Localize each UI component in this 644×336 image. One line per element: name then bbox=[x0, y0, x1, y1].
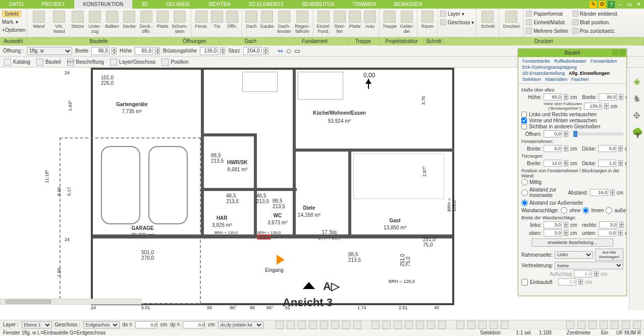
chair-icon[interactable]: ♞ bbox=[632, 93, 642, 103]
breite-spinner[interactable]: ▴▾ bbox=[112, 47, 117, 55]
move-icon[interactable]: ✥ bbox=[632, 110, 642, 120]
mehrere-seiten-button[interactable]: Mehrere Seiten bbox=[526, 27, 568, 35]
raum-button[interactable]: Raum bbox=[419, 10, 436, 37]
oeffnen-input[interactable] bbox=[544, 130, 562, 137]
oeffnen-spin[interactable]: ▴▾ bbox=[564, 131, 568, 137]
ptab-fensterbaenke[interactable]: Fensterbänke bbox=[520, 58, 552, 64]
panel-min-icon[interactable] bbox=[612, 50, 618, 56]
hoehe-input[interactable] bbox=[135, 47, 153, 55]
raender-button[interactable]: Ränder einblend. bbox=[572, 10, 618, 18]
optionen-button[interactable]: +Optionen bbox=[2, 27, 25, 33]
erw-button[interactable]: erweiterte Bearbeitung... bbox=[531, 238, 613, 247]
stuetze-button[interactable]: Stütze bbox=[70, 10, 86, 37]
sb-layer-select[interactable]: Ebene 1 bbox=[22, 321, 52, 328]
unterzug-button[interactable]: Unter-zug bbox=[87, 10, 103, 37]
mode1-icon[interactable]: ⇔ bbox=[278, 47, 283, 55]
einheit-button[interactable]: Einheit/Maßst. bbox=[526, 18, 568, 26]
papierformat-button[interactable]: Papierformat bbox=[526, 10, 568, 18]
dach-button[interactable]: Dach bbox=[244, 10, 258, 37]
schnitt-button[interactable]: Schnitt bbox=[478, 10, 497, 37]
r-aussen[interactable] bbox=[521, 200, 528, 206]
tab-datei[interactable]: DATEI bbox=[0, 0, 33, 9]
fenster-button[interactable]: Fenst. bbox=[193, 10, 209, 37]
sturz-input[interactable] bbox=[243, 47, 261, 55]
streifen-button[interactable]: Strei-fen bbox=[333, 10, 347, 37]
verbr-select[interactable]: Keine bbox=[555, 262, 623, 269]
sb-icon-5[interactable] bbox=[320, 321, 328, 329]
selekt-button[interactable]: Selekt bbox=[2, 11, 21, 17]
brust-input[interactable] bbox=[200, 47, 218, 55]
td-input[interactable] bbox=[598, 160, 616, 167]
sb-icon-r5[interactable] bbox=[611, 321, 619, 329]
sb-icon-2[interactable] bbox=[287, 321, 295, 329]
panel-close-icon[interactable] bbox=[619, 50, 625, 56]
sb-icon-r1[interactable] bbox=[566, 321, 574, 329]
opening-select[interactable]: 1flg. w bbox=[27, 47, 72, 55]
sb-icon-19[interactable] bbox=[490, 321, 498, 329]
tab-2delemente[interactable]: 2D-ELEMENTE bbox=[240, 0, 293, 9]
mark-button[interactable]: Mark. bbox=[2, 19, 15, 25]
p-hof-input[interactable] bbox=[584, 103, 602, 110]
wand-button[interactable]: Wand bbox=[29, 10, 48, 37]
position-button[interactable]: Position bbox=[162, 59, 189, 66]
auto-button[interactable]: Auto bbox=[363, 10, 377, 37]
decke-button[interactable]: Decke bbox=[121, 10, 137, 37]
sb-icon-8[interactable] bbox=[353, 321, 361, 329]
ptab-fensterlaeden[interactable]: Fensterläden bbox=[588, 58, 619, 64]
sb-icon-18[interactable] bbox=[478, 321, 487, 329]
p-hof-spin[interactable]: ▴▾ bbox=[604, 103, 609, 109]
h-scrollbar[interactable] bbox=[0, 299, 141, 305]
platte-button[interactable]: Platte bbox=[155, 10, 170, 37]
sb-icon-15[interactable] bbox=[438, 321, 446, 329]
r-mittig[interactable] bbox=[521, 179, 528, 185]
fd-input[interactable] bbox=[598, 145, 616, 152]
ck-sichtbar[interactable] bbox=[521, 124, 527, 129]
aufschlag-input[interactable] bbox=[574, 270, 592, 277]
einzelfund-button[interactable]: Einzel-Fund. bbox=[315, 10, 332, 37]
ptab-faschen[interactable]: Faschen bbox=[569, 76, 591, 82]
schornstein-button[interactable]: Schorn-stein bbox=[171, 10, 189, 37]
sb-dx-input[interactable] bbox=[135, 321, 157, 328]
blatt-pos-button[interactable]: Blatt position. bbox=[572, 18, 618, 26]
balken-button[interactable]: Balken bbox=[104, 10, 120, 37]
maximize-icon[interactable]: ▭ bbox=[626, 1, 633, 8]
deckoeffn-button[interactable]: Deck.-öffn. bbox=[138, 10, 154, 37]
hoehe-spinner[interactable]: ▴▾ bbox=[155, 47, 160, 55]
sb-icon-r7[interactable] bbox=[633, 321, 641, 329]
sb-icon-20[interactable] bbox=[501, 321, 509, 329]
layer-geschoss-button[interactable]: Layer/Geschoss bbox=[110, 59, 155, 66]
oeffnen-slider[interactable] bbox=[573, 132, 623, 135]
ptab-rollladen[interactable]: Rollladenkasten bbox=[552, 58, 588, 64]
rechts-input[interactable] bbox=[599, 221, 617, 228]
tab-projekt[interactable]: PROJEKT bbox=[33, 0, 74, 9]
mode2-icon[interactable]: ◇ bbox=[286, 47, 291, 55]
ptab-eck[interactable]: Eck-/Gehrungsausprägung bbox=[520, 64, 579, 70]
sb-icon-r2[interactable] bbox=[577, 321, 585, 329]
sb-icon-9[interactable] bbox=[371, 321, 380, 329]
oben-input[interactable] bbox=[544, 229, 562, 236]
selected-window[interactable] bbox=[257, 234, 271, 239]
oeffn-button[interactable]: Öffn. bbox=[225, 10, 240, 37]
wa-innen[interactable] bbox=[582, 207, 589, 214]
unten-input[interactable] bbox=[598, 229, 616, 236]
tab-gelaende[interactable]: GELÄNDE bbox=[157, 0, 199, 9]
tab-sichten[interactable]: SICHTEN bbox=[199, 0, 240, 9]
brust-spinner[interactable]: ▴▾ bbox=[220, 47, 225, 55]
sturz-spinner[interactable]: ▴▾ bbox=[263, 47, 269, 55]
sb-icon-r3[interactable] bbox=[588, 321, 597, 329]
ptab-materialien[interactable]: Materialien bbox=[543, 76, 569, 82]
ck-vh[interactable] bbox=[521, 118, 527, 123]
info-icon[interactable]: ? bbox=[608, 1, 615, 8]
sb-icon-4[interactable] bbox=[309, 321, 317, 329]
sb-icon-r4[interactable] bbox=[600, 321, 608, 329]
ck-lr[interactable] bbox=[521, 112, 527, 117]
layer-dropdown[interactable]: Layer▾ bbox=[440, 10, 474, 18]
gelaender-button[interactable]: Gelän-der bbox=[399, 10, 415, 37]
ptab-2d[interactable]: 2D-Ersatzdarstellung bbox=[520, 70, 567, 76]
fplatte-button[interactable]: Platte bbox=[348, 10, 362, 37]
gaube-button[interactable]: Gaube bbox=[259, 10, 275, 37]
sb-icon-16[interactable] bbox=[456, 321, 464, 329]
tab-trimmen[interactable]: TRIMMEN bbox=[343, 0, 385, 9]
sb-icon-7[interactable] bbox=[342, 321, 350, 329]
sb-icon-14[interactable] bbox=[427, 321, 435, 329]
